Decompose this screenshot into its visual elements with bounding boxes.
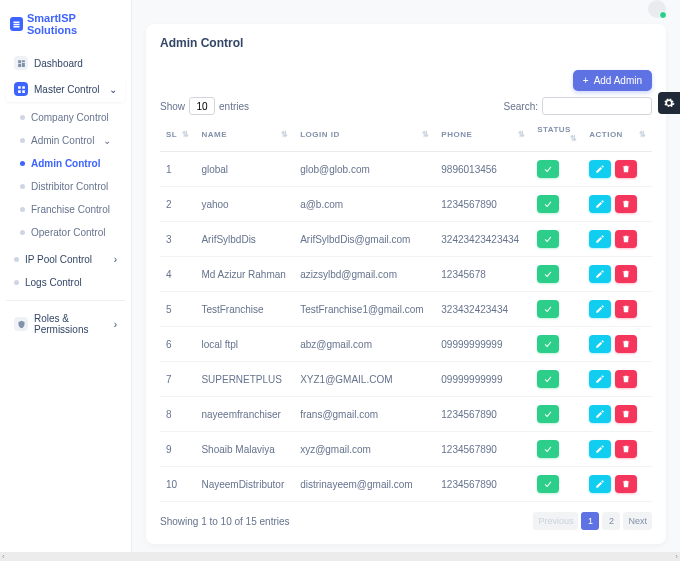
sidebar-item-dashboard[interactable]: Dashboard (6, 50, 125, 76)
col-phone[interactable]: Phone⇅ (435, 117, 531, 152)
cell-name: TestFranchise (195, 292, 294, 327)
delete-button[interactable] (615, 160, 637, 178)
status-toggle[interactable] (537, 195, 559, 213)
cell-login: XYZ1@GMAIL.COM (294, 362, 435, 397)
table-info: Showing 1 to 10 of 15 entries (160, 516, 290, 527)
cell-sl: 7 (160, 362, 195, 397)
sidebar-item-admin-control-sub[interactable]: Admin Control (12, 152, 119, 175)
cell-name: Shoaib Malaviya (195, 432, 294, 467)
avatar[interactable] (648, 0, 666, 18)
table-row: 8nayeemfranchiserfrans@gmail.com12345678… (160, 397, 652, 432)
cell-login: frans@gmail.com (294, 397, 435, 432)
edit-button[interactable] (589, 195, 611, 213)
brand[interactable]: SmartISP Solutions (0, 8, 131, 46)
col-action[interactable]: Action⇅ (583, 117, 652, 152)
sidebar-item-label: Dashboard (34, 58, 83, 69)
delete-button[interactable] (615, 405, 637, 423)
status-toggle[interactable] (537, 230, 559, 248)
cell-name: yahoo (195, 187, 294, 222)
show-prefix: Show (160, 101, 185, 112)
sidebar-item-master-control[interactable]: Master Control ⌄ (6, 76, 125, 102)
edit-button[interactable] (589, 160, 611, 178)
content-card: Admin Control + Add Admin Show entries S… (146, 24, 666, 544)
cell-login: azizsylbd@gmail.com (294, 257, 435, 292)
status-toggle[interactable] (537, 160, 559, 178)
brand-name: SmartISP Solutions (27, 12, 121, 36)
col-sl[interactable]: SL⇅ (160, 117, 195, 152)
sidebar-item-roles[interactable]: Roles & Permissions › (6, 307, 125, 341)
page-next[interactable]: Next (623, 512, 652, 530)
cell-phone: 9896013456 (435, 152, 531, 187)
page-length-input[interactable] (189, 97, 215, 115)
sidebar-item-label: Distribitor Control (31, 181, 108, 192)
edit-button[interactable] (589, 440, 611, 458)
sidebar-item-operator-control[interactable]: Operator Control (12, 221, 119, 244)
horizontal-scrollbar[interactable]: ‹› (0, 552, 680, 561)
status-toggle[interactable] (537, 335, 559, 353)
sidebar-item-admin-control[interactable]: Admin Control⌄ (12, 129, 119, 152)
chevron-down-icon: ⌄ (103, 135, 111, 146)
button-label: Add Admin (594, 75, 642, 86)
delete-button[interactable] (615, 475, 637, 493)
edit-button[interactable] (589, 370, 611, 388)
sidebar-item-label: IP Pool Control (25, 254, 92, 265)
search-input[interactable] (542, 97, 652, 115)
sidebar-item-company-control[interactable]: Company Control (12, 106, 119, 129)
cell-phone: 323432423434 (435, 292, 531, 327)
cell-login: xyz@gmail.com (294, 432, 435, 467)
status-toggle[interactable] (537, 440, 559, 458)
sidebar-item-logs[interactable]: Logs Control (6, 271, 125, 294)
cell-name: NayeemDistributor (195, 467, 294, 502)
cell-sl: 1 (160, 152, 195, 187)
cell-sl: 10 (160, 467, 195, 502)
cell-login: glob@glob.com (294, 152, 435, 187)
table-row: 9Shoaib Malaviyaxyz@gmail.com1234567890 (160, 432, 652, 467)
sidebar-item-label: Admin Control (31, 135, 94, 146)
delete-button[interactable] (615, 195, 637, 213)
cell-login: a@b.com (294, 187, 435, 222)
col-login[interactable]: Login ID⇅ (294, 117, 435, 152)
sidebar-item-ip-pool[interactable]: IP Pool Control› (6, 248, 125, 271)
delete-button[interactable] (615, 265, 637, 283)
page-title: Admin Control (160, 36, 652, 50)
status-toggle[interactable] (537, 265, 559, 283)
col-status[interactable]: Status⇅ (531, 117, 583, 152)
cell-name: local ftpl (195, 327, 294, 362)
dashboard-icon (14, 56, 28, 70)
page-2[interactable]: 2 (602, 512, 620, 530)
edit-button[interactable] (589, 475, 611, 493)
edit-button[interactable] (589, 405, 611, 423)
page-prev[interactable]: Previous (533, 512, 578, 530)
status-toggle[interactable] (537, 475, 559, 493)
delete-button[interactable] (615, 370, 637, 388)
col-name[interactable]: Name⇅ (195, 117, 294, 152)
table-row: 10NayeemDistributordistrinayeem@gmail.co… (160, 467, 652, 502)
status-toggle[interactable] (537, 370, 559, 388)
sidebar-item-label: Master Control (34, 84, 100, 95)
add-admin-button[interactable]: + Add Admin (573, 70, 652, 91)
edit-button[interactable] (589, 300, 611, 318)
edit-button[interactable] (589, 265, 611, 283)
edit-button[interactable] (589, 230, 611, 248)
delete-button[interactable] (615, 335, 637, 353)
grid-icon (14, 82, 28, 96)
sidebar-item-franchise-control[interactable]: Franchise Control (12, 198, 119, 221)
cell-phone: 32423423423434 (435, 222, 531, 257)
table-row: 2yahooa@b.com1234567890 (160, 187, 652, 222)
edit-button[interactable] (589, 335, 611, 353)
cell-name: Md Azizur Rahman (195, 257, 294, 292)
brand-icon (10, 17, 23, 31)
cell-name: global (195, 152, 294, 187)
delete-button[interactable] (615, 300, 637, 318)
sidebar-item-label: Company Control (31, 112, 109, 123)
settings-fab[interactable] (658, 92, 680, 114)
table-row: 5TestFranchiseTestFranchise1@gmail.com32… (160, 292, 652, 327)
cell-sl: 9 (160, 432, 195, 467)
sidebar-item-distributor-control[interactable]: Distribitor Control (12, 175, 119, 198)
delete-button[interactable] (615, 230, 637, 248)
cell-name: SUPERNETPLUS (195, 362, 294, 397)
status-toggle[interactable] (537, 405, 559, 423)
page-1[interactable]: 1 (581, 512, 599, 530)
status-toggle[interactable] (537, 300, 559, 318)
delete-button[interactable] (615, 440, 637, 458)
